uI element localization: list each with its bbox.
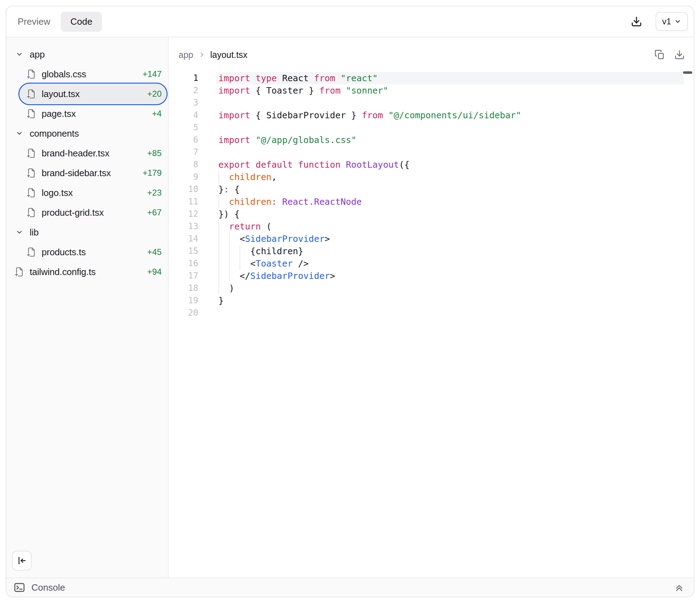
code-line-text: import { SidebarProvider } from "@/compo… [216, 109, 684, 121]
code-line-text: <SidebarProvider> [216, 233, 684, 245]
breadcrumb-folder[interactable]: app [179, 50, 193, 60]
tree-item-lib[interactable]: lib [6, 222, 168, 242]
file-name: tailwind.config.ts [30, 267, 96, 277]
tree-item-layout.tsx[interactable]: layout.tsx+20 [6, 84, 168, 104]
file-name: brand-sidebar.tsx [42, 168, 111, 179]
code-line: 19} [169, 294, 684, 307]
chevron-down-icon [16, 228, 23, 236]
copy-code-button[interactable] [654, 49, 665, 60]
panel-header: Preview Code v1 [6, 6, 694, 37]
code-line: 14<SidebarProvider> [169, 233, 684, 245]
file-name: products.ts [42, 247, 86, 258]
tab-code[interactable]: Code [61, 12, 102, 32]
tree-item-components[interactable]: components [6, 124, 168, 143]
file-name: page.tsx [42, 108, 76, 119]
line-number: 6 [169, 134, 216, 146]
breadcrumb: app layout.tsx [179, 50, 247, 60]
line-number: 12 [169, 208, 216, 220]
code-line: 12}) { [169, 208, 684, 220]
chevrons-up-icon[interactable] [674, 582, 684, 593]
code-line-text [216, 307, 684, 319]
code-line: 17</SidebarProvider> [169, 270, 684, 282]
file-name: app [30, 49, 45, 60]
code-line-text: <Toaster /> [216, 257, 684, 270]
line-number: 4 [169, 109, 216, 121]
diff-count: +147 [143, 69, 162, 79]
tree-item-brand-sidebar.tsx[interactable]: brand-sidebar.tsx+179 [6, 163, 168, 183]
collapse-sidebar-button[interactable] [12, 551, 32, 571]
code-line: 16<Toaster /> [169, 257, 684, 270]
download-project-button[interactable] [631, 16, 642, 27]
diff-count: +20 [147, 89, 162, 99]
diff-count: +23 [147, 188, 162, 198]
code-line-text [216, 121, 684, 134]
chevron-down-icon [16, 50, 23, 58]
chevron-down-icon [674, 18, 681, 25]
line-number: 14 [169, 233, 216, 245]
code-line-text: {children} [216, 245, 684, 257]
code-line-text [216, 146, 684, 159]
version-label: v1 [662, 17, 671, 26]
tab-preview[interactable]: Preview [18, 16, 50, 27]
code-line: 7 [169, 146, 684, 159]
line-number: 2 [169, 84, 216, 97]
terminal-icon [13, 581, 25, 593]
code-line-text [216, 97, 684, 109]
file-plus-icon [26, 168, 37, 178]
file-plus-icon [26, 247, 37, 257]
code-line: 8export default function RootLayout({ [169, 159, 684, 171]
file-name: product-grid.tsx [42, 207, 104, 218]
line-number: 9 [169, 171, 216, 183]
chevron-right-icon [198, 51, 205, 58]
line-number: 15 [169, 245, 216, 257]
tree-item-tailwind.config.ts[interactable]: tailwind.config.ts+94 [6, 262, 168, 282]
code-line-text: children, [216, 171, 684, 183]
code-line: 11children: React.ReactNode [169, 196, 684, 208]
version-selector[interactable]: v1 [656, 12, 688, 31]
code-editor[interactable]: 1import type React from "react"2import {… [169, 72, 694, 319]
file-plus-icon [26, 69, 37, 79]
line-number: 3 [169, 97, 216, 109]
line-number: 19 [169, 294, 216, 307]
file-plus-icon [14, 267, 25, 277]
file-tree-sidebar: appglobals.css+147layout.tsx+20page.tsx+… [6, 37, 169, 578]
diff-count: +85 [147, 148, 162, 158]
code-line: 1import type React from "react" [169, 72, 684, 84]
code-line: 4import { SidebarProvider } from "@/comp… [169, 109, 684, 121]
file-plus-icon [26, 89, 37, 99]
console-label: Console [31, 582, 65, 593]
file-plus-icon [26, 148, 37, 159]
tree-item-page.tsx[interactable]: page.tsx+4 [6, 104, 168, 124]
diff-count: +4 [152, 109, 162, 119]
file-name: components [30, 128, 79, 139]
tree-item-brand-header.tsx[interactable]: brand-header.tsx+85 [6, 143, 168, 163]
scrollbar-thumb[interactable] [683, 71, 692, 74]
file-plus-icon [26, 108, 37, 119]
file-name: globals.css [42, 69, 86, 80]
console-bar[interactable]: Console [6, 578, 694, 597]
tree-item-product-grid.tsx[interactable]: product-grid.tsx+67 [6, 203, 168, 222]
tree-item-products.ts[interactable]: products.ts+45 [6, 242, 168, 262]
code-line-text: export default function RootLayout({ [216, 159, 684, 171]
line-number: 13 [169, 220, 216, 233]
file-name: lib [30, 227, 38, 238]
tree-item-globals.css[interactable]: globals.css+147 [6, 64, 168, 84]
code-line-text: </SidebarProvider> [216, 270, 684, 282]
tree-item-logo.tsx[interactable]: logo.tsx+23 [6, 183, 168, 203]
download-file-button[interactable] [674, 49, 685, 60]
code-line: 6import "@/app/globals.css" [169, 134, 684, 146]
file-plus-icon [26, 207, 37, 218]
editor-toolbar: app layout.tsx [169, 37, 694, 72]
diff-count: +67 [147, 208, 162, 217]
tree-item-app[interactable]: app [6, 44, 168, 64]
code-line: 2import { Toaster } from "sonner" [169, 84, 684, 97]
code-line-text: } [216, 294, 684, 307]
file-plus-icon [26, 187, 37, 198]
file-tree: appglobals.css+147layout.tsx+20page.tsx+… [6, 44, 168, 282]
chevron-down-icon [16, 130, 23, 137]
diff-count: +179 [143, 168, 162, 178]
code-line-text: }) { [216, 208, 684, 220]
file-name: layout.tsx [42, 89, 80, 100]
code-line: 5 [169, 121, 684, 134]
code-line-text: return ( [216, 220, 684, 233]
